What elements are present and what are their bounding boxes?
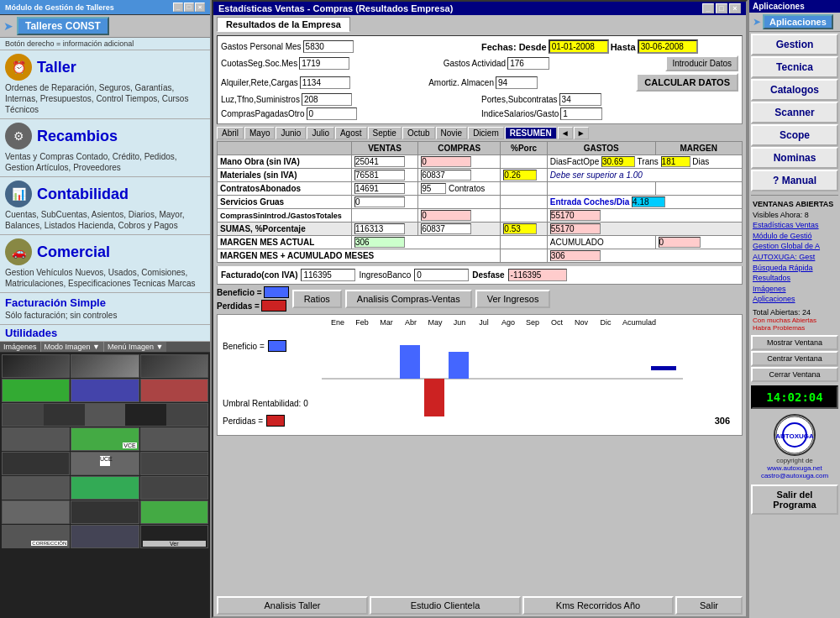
modo-imagen-btn[interactable]: Modo Imagen ▼: [40, 342, 103, 352]
contratos-ventas[interactable]: [352, 182, 418, 196]
menu-scanner[interactable]: Scanner: [751, 102, 838, 123]
estudio-clientela-btn[interactable]: Estudio Clientela: [370, 596, 521, 615]
tab-agosto[interactable]: Agost: [335, 127, 367, 139]
email-link[interactable]: castro@autoxuga.com: [753, 472, 837, 479]
right-nav-btn[interactable]: Aplicaciones: [763, 14, 833, 29]
margen-acum-label: MARGEN MES + ACUMULADO MESES: [218, 249, 501, 263]
chart-svg: [322, 328, 683, 421]
chart-beneficio-label: Beneficio =: [223, 342, 265, 351]
ratios-btn[interactable]: Ratios: [292, 290, 342, 308]
salir-programa-btn[interactable]: Salir del Programa: [751, 484, 838, 515]
tab-diciem[interactable]: Diciem: [468, 127, 504, 139]
ingreso-banco-input[interactable]: [414, 269, 469, 281]
calcular-datos-btn[interactable]: CALCULAR DATOS: [636, 73, 738, 92]
fecha-hasta-input[interactable]: [638, 39, 698, 54]
amortiz-input[interactable]: [496, 76, 538, 89]
menu-gestion[interactable]: Gestion: [751, 34, 838, 55]
thumbnail-20: [71, 525, 139, 548]
contratos-compras: Contratos: [418, 182, 501, 196]
section-facturacion[interactable]: Facturación Simple Sólo facturación; sin…: [0, 293, 210, 325]
section-utilidades[interactable]: Utilidades: [0, 325, 210, 342]
section-contabilidad[interactable]: 📊 Contabilidad Cuentas, SubCuentas, Asie…: [0, 177, 210, 235]
indice-input[interactable]: [560, 107, 602, 120]
sidebar-close-btn[interactable]: ×: [195, 3, 205, 12]
tab-resultados[interactable]: Resultados de la Empresa: [217, 17, 350, 32]
menu-nominas[interactable]: Nominas: [751, 147, 838, 169]
menu-catalogos[interactable]: Catalogos: [751, 79, 838, 101]
sumas-gastos[interactable]: [547, 223, 742, 236]
window-item-4[interactable]: AUTOXUGA: Gest: [753, 252, 837, 263]
gastos-actividad-label: Gastos Actividad: [444, 59, 506, 68]
talleres-nav-btn[interactable]: Talleres CONST: [17, 17, 109, 35]
section-taller[interactable]: ⏰ Taller Ordenes de Reparación, Seguros,…: [0, 50, 210, 119]
window-item-3[interactable]: Gestion Global de A: [753, 241, 837, 252]
nav-next-btn[interactable]: ►: [574, 127, 589, 139]
taller-title: Taller: [37, 59, 76, 76]
tab-octub[interactable]: Octub: [402, 127, 435, 139]
gastos-actividad-input[interactable]: [507, 57, 549, 70]
analisis-btn[interactable]: Analisis Compras-Ventas: [345, 290, 472, 308]
center-close-btn[interactable]: ×: [729, 3, 741, 13]
window-item-8[interactable]: Aplicaciones: [753, 294, 837, 305]
tab-abril[interactable]: Abril: [217, 127, 244, 139]
center-max-btn[interactable]: □: [716, 3, 727, 13]
section-recambios[interactable]: ⚙ Recambios Ventas y Compras Contado, Cr…: [0, 119, 210, 177]
window-item-2[interactable]: Módulo de Gestió: [753, 231, 837, 242]
col-header-compras: COMPRAS: [418, 142, 501, 155]
menu-scope[interactable]: Scope: [751, 124, 838, 146]
cerrar-ventana-btn[interactable]: Cerrar Ventana: [751, 367, 838, 382]
ver-ingresos-btn[interactable]: Ver Ingresos: [475, 290, 551, 308]
menu-tecnica[interactable]: Tecnica: [751, 56, 838, 78]
acumulado-value[interactable]: [655, 236, 742, 249]
tab-septie[interactable]: Septie: [368, 127, 402, 139]
gruas-ventas[interactable]: [352, 196, 418, 209]
menu-manual[interactable]: ? Manual: [751, 170, 838, 191]
mostrar-ventana-btn[interactable]: Mostrar Ventana: [751, 335, 838, 350]
sumas-porc[interactable]: [501, 223, 548, 236]
thumbnail-wide: [2, 403, 208, 427]
fecha-desde-input[interactable]: [549, 39, 609, 54]
cuotas-input[interactable]: [299, 57, 349, 70]
introducir-datos-btn[interactable]: Introducir Datos: [665, 55, 738, 71]
menu-imagen-btn[interactable]: Menú Imagen ▼: [103, 342, 166, 352]
salir-main-btn[interactable]: Salir: [675, 596, 743, 615]
tab-resumen[interactable]: RESUMEN: [505, 127, 557, 139]
tab-julio[interactable]: Julio: [307, 127, 334, 139]
materiales-porc[interactable]: [501, 169, 548, 182]
mano-obra-ventas[interactable]: [352, 155, 418, 169]
materiales-ventas[interactable]: [352, 169, 418, 182]
tab-mayo[interactable]: Mayo: [244, 127, 275, 139]
portes-input[interactable]: [559, 93, 601, 106]
window-item-5[interactable]: Búsqueda Rápida: [753, 263, 837, 274]
window-item-1[interactable]: Estadísticas Ventas: [753, 220, 837, 231]
compras-sin-compras[interactable]: [418, 209, 501, 223]
right-titlebar: Aplicaciones: [749, 0, 840, 13]
sidebar-min-btn[interactable]: _: [173, 3, 183, 12]
desfase-input[interactable]: [508, 269, 567, 281]
recambios-desc: Ventas y Compras Contado, Crédito, Pedid…: [5, 151, 205, 173]
tab-junio[interactable]: Junio: [276, 127, 306, 139]
center-min-btn[interactable]: _: [702, 3, 714, 13]
compras-pagadas-input[interactable]: [307, 107, 357, 120]
facturado-input[interactable]: [301, 269, 355, 281]
alquiler-input[interactable]: [300, 76, 350, 89]
sumas-compras[interactable]: [418, 223, 501, 236]
kms-recorridos-btn[interactable]: Kms Recorridos Año: [522, 596, 674, 615]
tab-novie[interactable]: Novie: [436, 127, 468, 139]
window-item-6[interactable]: Resultados: [753, 273, 837, 284]
luz-input[interactable]: [302, 93, 352, 106]
materiales-compras[interactable]: [418, 169, 501, 182]
margen-value[interactable]: [352, 236, 501, 249]
margen-acum-value[interactable]: [547, 249, 742, 263]
centrar-ventana-btn[interactable]: Centrar Ventana: [751, 351, 838, 366]
section-comercial[interactable]: 🚗 Comercial Gestion Vehículos Nuevos, Us…: [0, 235, 210, 293]
window-item-7[interactable]: Imágenes: [753, 284, 837, 295]
sidebar-max-btn[interactable]: □: [184, 3, 194, 12]
mano-obra-compras[interactable]: [418, 155, 501, 169]
compras-sin-gastos[interactable]: [547, 209, 742, 223]
analisis-taller-btn[interactable]: Analisis Taller: [217, 596, 368, 615]
website-link[interactable]: www.autoxuga.net: [753, 464, 837, 472]
nav-prev-btn[interactable]: ◄: [558, 127, 573, 139]
sumas-ventas[interactable]: [352, 223, 418, 236]
gastos-personal-input[interactable]: [303, 40, 354, 53]
